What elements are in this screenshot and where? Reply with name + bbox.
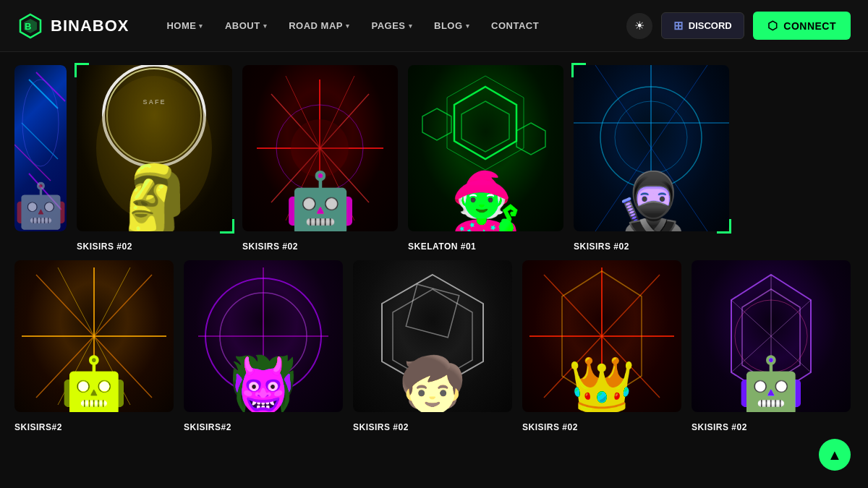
nav-actions: ☀ ⊞ DISCORD ⬡ CONNECT: [626, 12, 851, 40]
logo-icon: B: [17, 13, 43, 39]
chevron-down-icon: ▾: [346, 22, 350, 30]
card-skisirs-02-2[interactable]: 🤖 SKISIRS #02: [242, 65, 398, 231]
gallery-section: 🤖 🗿 SAFE: [0, 52, 868, 488]
card-label-7: SKISIRS #02: [353, 422, 409, 432]
svg-marker-21: [461, 101, 509, 152]
card-partial-left: 🤖: [14, 65, 67, 231]
svg-point-8: [22, 80, 59, 166]
svg-point-19: [291, 119, 349, 177]
discord-button[interactable]: ⊞ DISCORD: [661, 12, 744, 39]
nav-item-contact[interactable]: CONTACT: [482, 14, 548, 37]
brand-name: BINABOX: [51, 17, 129, 35]
chevron-down-icon: ▾: [263, 22, 268, 30]
card-label-6: SKISIRS#2: [184, 422, 231, 432]
card-label-3: SKELATON #01: [408, 241, 476, 252]
connect-button[interactable]: ⬡ CONNECT: [753, 12, 851, 40]
card-skisirs-02-1[interactable]: 🗿 SAFE SKISIRS #02: [77, 65, 232, 231]
nav-links: HOME ▾ ABOUT ▾ ROAD MAP ▾ PAGES ▾ BLOG ▾…: [158, 14, 626, 37]
gallery-row-1: 🤖 🗿 SAFE: [14, 58, 854, 231]
svg-line-7: [14, 145, 51, 181]
card-label-1: SKISIRS #02: [77, 241, 132, 252]
sun-icon: ☀: [634, 19, 644, 33]
chevron-up-icon: ▲: [827, 447, 842, 463]
discord-icon: ⊞: [673, 19, 683, 33]
chevron-down-icon: ▾: [199, 22, 203, 30]
svg-marker-20: [454, 87, 516, 159]
svg-text:B: B: [25, 21, 31, 32]
svg-line-3: [29, 80, 58, 108]
card-skisirs2-6[interactable]: 👹 SKISIRS#2: [184, 260, 343, 412]
wallet-icon: ⬡: [767, 19, 778, 33]
card-label-2: SKISIRS #02: [242, 241, 298, 252]
svg-marker-22: [447, 76, 524, 170]
card-label-5: SKISIRS#2: [14, 422, 62, 432]
card-label-9: SKISIRS #02: [692, 422, 747, 432]
navbar: B BINABOX HOME ▾ ABOUT ▾ ROAD MAP ▾ PAGE…: [0, 0, 868, 52]
nav-item-home[interactable]: HOME ▾: [158, 14, 212, 37]
scroll-to-top-button[interactable]: ▲: [819, 439, 851, 471]
theme-toggle[interactable]: ☀: [626, 13, 652, 39]
gallery-row-2: 🤖 SKISIRS#2 👹 SKISIRS#2: [14, 260, 854, 412]
card-skisirs02-9[interactable]: 🤖 SKISIRS #02: [692, 260, 851, 412]
card-skisirs02-8[interactable]: 👑 SKISIRS #02: [522, 260, 681, 412]
nav-item-roadmap[interactable]: ROAD MAP ▾: [280, 14, 358, 37]
nav-item-about[interactable]: ABOUT ▾: [216, 14, 276, 37]
card-skisirs02-7[interactable]: 🧒 SKISIRS #02: [353, 260, 512, 412]
logo[interactable]: B BINABOX: [17, 13, 129, 39]
chevron-down-icon: ▾: [466, 22, 470, 30]
card-skisirs2-5[interactable]: 🤖 SKISIRS#2: [14, 260, 174, 412]
card-skisirs-02-4[interactable]: 🥷 SKISIRS #02: [574, 65, 729, 231]
card-skelaton-01[interactable]: 🧙 SKELATON #01: [408, 65, 563, 231]
card-label-8: SKISIRS #02: [522, 422, 578, 432]
chevron-down-icon: ▾: [409, 22, 413, 30]
svg-line-5: [22, 123, 58, 159]
card-label-4: SKISIRS #02: [574, 241, 629, 252]
svg-rect-43: [406, 284, 459, 337]
nav-item-pages[interactable]: PAGES ▾: [362, 14, 421, 37]
nav-item-blog[interactable]: BLOG ▾: [425, 14, 478, 37]
